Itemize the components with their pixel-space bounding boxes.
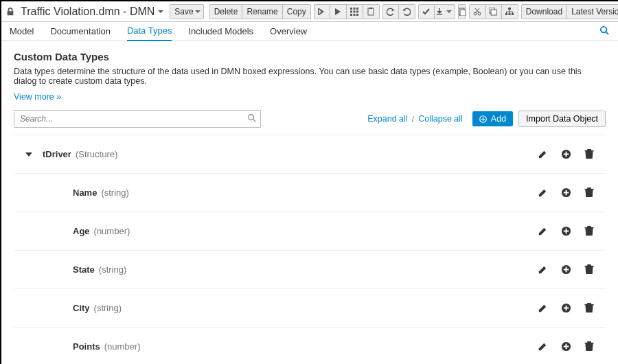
svg-rect-6: [356, 10, 358, 12]
svg-rect-10: [368, 8, 374, 15]
delete-icon[interactable]: [584, 264, 595, 275]
add-button[interactable]: Add: [472, 111, 513, 126]
svg-rect-9: [356, 14, 358, 16]
add-field-icon[interactable]: [560, 303, 571, 314]
svg-rect-3: [356, 8, 358, 10]
svg-rect-12: [437, 14, 442, 15]
field-name: Points: [73, 341, 100, 352]
copy-button[interactable]: Copy: [283, 4, 311, 19]
collapse-toggle-icon[interactable]: [23, 149, 34, 160]
delete-icon[interactable]: [584, 226, 595, 237]
add-field-icon[interactable]: [560, 187, 571, 198]
tab-overview[interactable]: Overview: [270, 22, 307, 41]
view-more-link[interactable]: View more »: [14, 92, 61, 102]
svg-point-24: [249, 115, 254, 120]
field-type: (string): [99, 264, 126, 275]
save-button[interactable]: Save: [170, 4, 203, 19]
validate-icon[interactable]: [314, 4, 330, 19]
page-title: Custom Data Types: [14, 51, 606, 62]
play-icon[interactable]: [330, 4, 347, 19]
edit-icon[interactable]: [537, 264, 548, 275]
field-name: Age: [73, 226, 90, 236]
plus-icon: [479, 115, 487, 123]
download-dropdown-icon[interactable]: [435, 4, 455, 19]
rename-button[interactable]: Rename: [242, 4, 282, 19]
search-input[interactable]: [14, 110, 261, 128]
data-type-row: Name (string): [14, 174, 606, 212]
svg-rect-11: [369, 8, 372, 9]
tab-documentation[interactable]: Documentation: [50, 22, 110, 41]
svg-rect-21: [509, 13, 511, 15]
collapse-all-link[interactable]: Collapse all: [418, 114, 463, 124]
delete-icon[interactable]: [584, 149, 595, 160]
window-title: Traffic Violation.dmn - DMN: [21, 5, 164, 18]
tab-model[interactable]: Model: [10, 22, 34, 41]
import-data-object-button[interactable]: Import Data Object: [518, 111, 606, 127]
search-box: [14, 110, 261, 128]
cut-icon[interactable]: [469, 4, 485, 19]
field-type: (string): [101, 187, 128, 198]
svg-rect-0: [318, 8, 319, 15]
svg-rect-18: [491, 10, 496, 15]
add-field-icon[interactable]: [560, 149, 571, 160]
edit-icon[interactable]: [537, 187, 548, 198]
edit-icon[interactable]: [537, 341, 548, 352]
paste-icon[interactable]: [458, 4, 466, 19]
svg-rect-1: [350, 8, 352, 10]
data-type-row: State (string): [14, 251, 606, 289]
edit-icon[interactable]: [537, 303, 548, 314]
grid-icon[interactable]: [347, 4, 363, 19]
controls-row: Expand all / Collapse all Add Import Dat…: [14, 110, 606, 128]
data-type-row-root: tDriver (Structure): [14, 135, 606, 174]
sitemap-icon[interactable]: [502, 4, 518, 19]
add-field-icon[interactable]: [560, 341, 571, 352]
delete-button[interactable]: Delete: [209, 4, 243, 19]
page-description: Data types determine the structure of th…: [14, 67, 606, 86]
svg-point-23: [601, 27, 606, 32]
edit-icon[interactable]: [537, 226, 548, 237]
data-type-list: tDriver (Structure) Name (string) Age: [14, 135, 606, 364]
delete-icon[interactable]: [584, 187, 595, 198]
delete-icon[interactable]: [584, 303, 595, 314]
svg-rect-33: [584, 266, 593, 266]
data-type-row: Age (number): [14, 212, 606, 251]
check-icon[interactable]: [418, 4, 435, 19]
tab-data-types[interactable]: Data Types: [127, 21, 172, 41]
svg-rect-2: [354, 8, 356, 10]
lock-icon: [5, 7, 15, 16]
data-type-row: Points (number): [14, 328, 606, 364]
data-type-row: City (string): [14, 289, 606, 328]
page-body: Custom Data Types Data types determine t…: [1, 41, 618, 364]
download-button[interactable]: Download: [521, 4, 567, 19]
add-field-icon[interactable]: [560, 226, 571, 237]
add-field-icon[interactable]: [560, 264, 571, 275]
latest-version-button[interactable]: Latest Version: [567, 4, 618, 19]
expand-all-link[interactable]: Expand all: [367, 114, 407, 124]
separator: /: [412, 114, 415, 124]
copy-icon[interactable]: [485, 4, 502, 19]
svg-rect-7: [350, 14, 352, 16]
data-type-name: tDriver: [43, 149, 71, 159]
field-type: (string): [94, 303, 122, 313]
redo-icon[interactable]: [399, 4, 415, 19]
undo-icon[interactable]: [382, 4, 399, 19]
search-icon[interactable]: [599, 25, 610, 36]
svg-rect-5: [354, 10, 356, 12]
chevron-down-icon[interactable]: [157, 8, 164, 15]
field-name: Name: [73, 187, 97, 198]
svg-rect-29: [584, 189, 593, 190]
svg-rect-35: [584, 304, 593, 305]
svg-rect-27: [584, 150, 593, 151]
search-input-icon[interactable]: [247, 113, 257, 123]
svg-rect-22: [512, 13, 514, 15]
edit-icon[interactable]: [537, 149, 548, 160]
top-toolbar: Traffic Violation.dmn - DMN Save Delete …: [1, 1, 618, 22]
tab-included-models[interactable]: Included Models: [188, 22, 253, 41]
tabs-row: Model Documentation Data Types Included …: [1, 22, 618, 41]
clipboard-icon[interactable]: [363, 4, 380, 19]
svg-rect-19: [508, 8, 511, 10]
delete-icon[interactable]: [584, 341, 595, 352]
svg-rect-37: [584, 343, 593, 343]
window-title-text: Traffic Violation.dmn - DMN: [21, 5, 154, 18]
field-name: City: [73, 303, 90, 313]
